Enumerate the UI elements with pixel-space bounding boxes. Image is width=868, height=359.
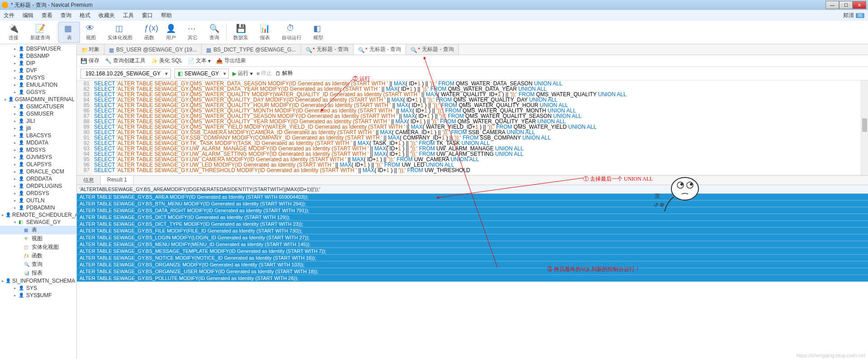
query-builder-button[interactable]: 🔧 查询创建工具 bbox=[105, 57, 146, 65]
stop-button[interactable]: ■ 停止 bbox=[256, 70, 272, 77]
connection-combo[interactable]: 192.168.10.226_SEWAGE_GY▾ bbox=[80, 69, 171, 79]
tree-JILI[interactable]: ▸👤JILI bbox=[0, 117, 76, 125]
toolbar-auto[interactable]: ⏱自动运行 bbox=[276, 22, 307, 43]
tree-SYS[interactable]: ▸👤SYS bbox=[0, 284, 76, 292]
menu-1[interactable]: 编辑 bbox=[23, 12, 33, 19]
tree-DBSNMP[interactable]: ▸👤DBSNMP bbox=[0, 52, 76, 60]
tree-ORDPLUGINS[interactable]: ▸👤ORDPLUGINS bbox=[0, 182, 76, 190]
result-row[interactable]: ALTER TABLE SEWAGE_GY.BS_POLLUTE MODIFY(… bbox=[77, 275, 868, 282]
result-row[interactable]: ALTER TABLE SEWAGE_GY.BS_AREA MODIFY(ID … bbox=[77, 194, 868, 200]
tab-BS_USER @SEWAGE_GY (19...[interactable]: ▦BS_USER @SEWAGE_GY (19... bbox=[104, 44, 202, 55]
tree-MDSYS[interactable]: ▸👤MDSYS bbox=[0, 146, 76, 154]
toolbar-pump[interactable]: 💾数据泵 bbox=[227, 22, 254, 43]
result-grid[interactable]: 'ALTERTABLESEWAGE_GY.BS_AREAMODIFY(IDGEN… bbox=[77, 185, 868, 359]
toolbar-user[interactable]: 👤用户 bbox=[160, 22, 182, 43]
tree-EMULATION[interactable]: ▸👤EMULATION bbox=[0, 81, 76, 89]
tree-ORDDATA[interactable]: ▸👤ORDDATA bbox=[0, 175, 76, 182]
tab-无标题 - 查询[interactable]: 🔍*无标题 - 查询 bbox=[354, 44, 406, 55]
user-icon: 👤 bbox=[8, 97, 14, 102]
result-row[interactable]: ALTER TABLE SEWAGE_GY.BS_DATA_RIGHT MODI… bbox=[77, 207, 868, 214]
tree-函数[interactable]: ƒx函数 bbox=[0, 252, 76, 260]
menu-0[interactable]: 文件 bbox=[4, 12, 14, 19]
tree-DBSFWUSER[interactable]: ▸👤DBSFWUSER bbox=[0, 45, 76, 52]
menu-8[interactable]: 帮助 bbox=[161, 12, 172, 19]
user-icon: 👤 bbox=[19, 75, 25, 80]
tree-MDDATA[interactable]: ▸👤MDDATA bbox=[0, 139, 76, 146]
beautify-button[interactable]: ✨ 美化 SQL bbox=[151, 57, 182, 65]
tree-报表[interactable]: 📊报表 bbox=[0, 269, 76, 277]
sql-editor[interactable]: 8182838485868788899091929394959697 SELEC… bbox=[77, 80, 868, 175]
tree-ORDSYS[interactable]: ▸👤ORDSYS bbox=[0, 190, 76, 197]
tree-表[interactable]: ▦表 bbox=[0, 226, 76, 234]
user-name[interactable]: 郑清 bbox=[843, 12, 854, 19]
menu-7[interactable]: 窗口 bbox=[142, 12, 153, 19]
toolbar-query[interactable]: 🔍查询 bbox=[203, 22, 225, 43]
tree-DIP[interactable]: ▸👤DIP bbox=[0, 60, 76, 67]
result-row[interactable]: ALTER TABLE SEWAGE_GY.BS_MESSAGE_TEMPLAT… bbox=[77, 248, 868, 255]
run-button[interactable]: ▶ 运行 ▾ bbox=[232, 70, 253, 77]
toolbar-other[interactable]: ⋯其它 bbox=[182, 22, 203, 43]
tree-SI_INFORMTN_SCHEMA[interactable]: ▸👤SI_INFORMTN_SCHEMA bbox=[0, 277, 76, 284]
minimize-button[interactable]: — bbox=[826, 1, 839, 9]
tree-DVF[interactable]: ▸👤DVF bbox=[0, 67, 76, 74]
tree-GSMUSER[interactable]: ▸👤GSMUSER bbox=[0, 110, 76, 117]
export-button[interactable]: 📤 导出结果 bbox=[216, 57, 246, 65]
tab-无标题 - 查询[interactable]: 🔍*无标题 - 查询 bbox=[406, 44, 458, 55]
tree-实体化视图[interactable]: ◫实体化视图 bbox=[0, 243, 76, 252]
result-row[interactable]: ALTER TABLE SEWAGE_GY.BS_DICT MODIFY(ID … bbox=[77, 214, 868, 221]
tree-GGSYS[interactable]: ▸👤GGSYS bbox=[0, 89, 76, 96]
explain-button[interactable]: 🗒 解释 bbox=[275, 70, 293, 77]
save-button[interactable]: 💾 保存 bbox=[80, 57, 99, 65]
menu-3[interactable]: 查询 bbox=[61, 12, 71, 19]
tree-PDBADMIN[interactable]: ▸👤PDBADMIN bbox=[0, 204, 76, 211]
toolbar-mview[interactable]: ◫实体化视图 bbox=[102, 22, 138, 43]
tab-BS_DICT_TYPE @SEWAGE_G...[interactable]: ▦BS_DICT_TYPE @SEWAGE_G... bbox=[202, 44, 301, 55]
menu-2[interactable]: 查看 bbox=[42, 12, 52, 19]
maximize-button[interactable]: ☐ bbox=[839, 1, 853, 9]
result-row[interactable]: ALTER TABLE SEWAGE_GY.BS_MENU MODIFY(MEN… bbox=[77, 241, 868, 248]
menu-5[interactable]: 收藏夹 bbox=[99, 12, 115, 19]
result-row[interactable]: ALTER TABLE SEWAGE_GY.BS_ORGANIZE MODIFY… bbox=[77, 261, 868, 268]
toolbar-newquery[interactable]: 📝新建查询 bbox=[24, 22, 56, 43]
tab-无标题 - 查询[interactable]: 🔍*无标题 - 查询 bbox=[301, 44, 354, 55]
close-button[interactable]: ✕ bbox=[853, 1, 866, 9]
result-row[interactable]: ALTER TABLE SEWAGE_GY.BS_FILE MODIFY(FIL… bbox=[77, 228, 868, 234]
tree-OJVMSYS[interactable]: ▸👤OJVMSYS bbox=[0, 154, 76, 161]
tree-视图[interactable]: 👁视图 bbox=[0, 234, 76, 243]
result-row[interactable]: ALTER TABLE SEWAGE_GY.BS_DICT_TYPE MODIF… bbox=[77, 221, 868, 228]
tree-ORACLE_OCM[interactable]: ▸👤ORACLE_OCM bbox=[0, 168, 76, 175]
schema-combo[interactable]: ◧ SEWAGE_GY▾ bbox=[175, 69, 229, 79]
tree-SYS$UMF[interactable]: ▸👤SYS$UMF bbox=[0, 292, 76, 299]
tree-GSMCATUSER[interactable]: ▸👤GSMCATUSER bbox=[0, 103, 76, 110]
toolbar-func[interactable]: ƒ(x)函数 bbox=[138, 22, 160, 43]
tree-jili[interactable]: ▸👤jili bbox=[0, 125, 76, 132]
result-row[interactable]: ALTER TABLE SEWAGE_GY.BS_BTN_MENU MODIFY… bbox=[77, 200, 868, 207]
menu-6[interactable]: 工具 bbox=[123, 12, 134, 19]
tree-OLAPSYS[interactable]: ▸👤OLAPSYS bbox=[0, 161, 76, 168]
result-row[interactable]: ALTER TABLE SEWAGE_GY.BS_LOGIN MODIFY(LO… bbox=[77, 234, 868, 241]
tree-REMOTE_SCHEDULER_AGENT[interactable]: ▸👤REMOTE_SCHEDULER_AGENT bbox=[0, 211, 76, 219]
tree-OUTLN[interactable]: ▸👤OUTLN bbox=[0, 197, 76, 204]
toolbar-connect[interactable]: 🔌连接 bbox=[3, 22, 24, 43]
toolbar-model[interactable]: ◧模型 bbox=[307, 22, 329, 43]
text-button[interactable]: 📄 文本 ▾ bbox=[188, 57, 211, 65]
tree-DVSYS[interactable]: ▸👤DVSYS bbox=[0, 74, 76, 81]
toolbar-report[interactable]: 📊报表 bbox=[254, 22, 276, 43]
editor-scrollbar[interactable] bbox=[861, 80, 868, 175]
result-header[interactable]: 'ALTERTABLESEWAGE_GY.BS_AREAMODIFY(IDGEN… bbox=[77, 185, 868, 194]
connection-tree[interactable]: ▸👤DBSFWUSER▸👤DBSNMP▸👤DIP▸👤DVF▸👤DVSYS▸👤EM… bbox=[0, 44, 77, 359]
tab-对象[interactable]: 📁对象 bbox=[77, 44, 104, 55]
menu-4[interactable]: 格式 bbox=[80, 12, 90, 19]
result-row[interactable]: ALTER TABLE SEWAGE_GY.BS_ORGANIZE_USER M… bbox=[77, 268, 868, 275]
tree-SEWAGE_GY[interactable]: ▾◧SEWAGE_GY bbox=[0, 219, 76, 226]
result-row[interactable]: ALTER TABLE SEWAGE_GY.BS_NOTICE MODIFY(N… bbox=[77, 255, 868, 261]
tab-info[interactable]: 信息 bbox=[77, 176, 101, 185]
toolbar-view[interactable]: 👁视图 bbox=[80, 22, 102, 43]
tree-查询[interactable]: 🔍查询 bbox=[0, 260, 76, 269]
table-icon: ▦ bbox=[109, 47, 114, 52]
sql-code[interactable]: SELECT 'ALTER TABLE SEWAGE_GY.QMS_WATER_… bbox=[92, 80, 868, 175]
tree-GSMADMIN_INTERNAL[interactable]: ▸👤GSMADMIN_INTERNAL bbox=[0, 96, 76, 103]
tree-LBACSYS[interactable]: ▸👤LBACSYS bbox=[0, 132, 76, 139]
toolbar-table[interactable]: ▦表 bbox=[58, 22, 80, 43]
tab-result1[interactable]: Result 1 bbox=[101, 176, 134, 185]
